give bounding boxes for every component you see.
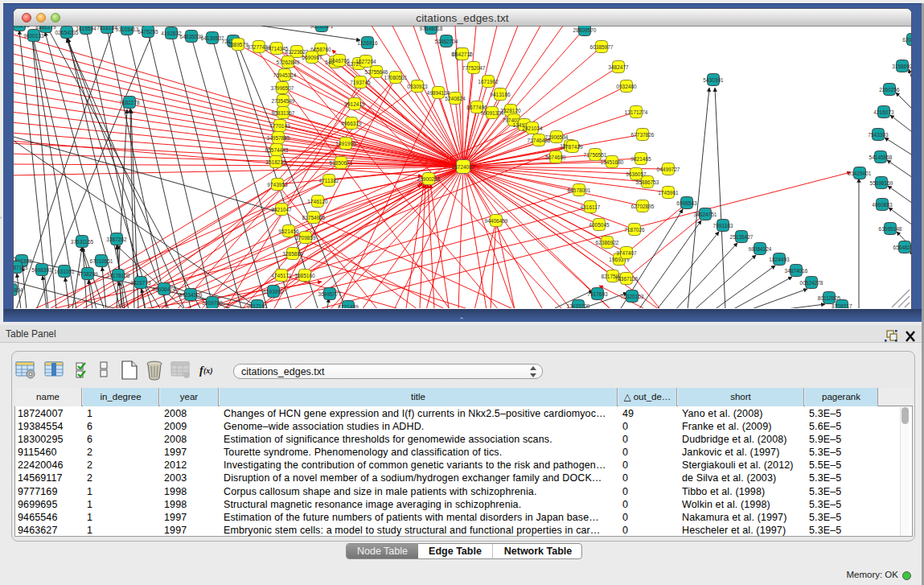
svg-text:1746120: 1746120 — [307, 199, 328, 204]
svg-text:5098393: 5098393 — [31, 267, 52, 273]
svg-text:93103413: 93103413 — [116, 27, 139, 32]
svg-text:0330923: 0330923 — [407, 84, 428, 89]
svg-text:7889579: 7889579 — [228, 42, 248, 47]
svg-text:4216073: 4216073 — [873, 109, 894, 115]
svg-text:27354549: 27354549 — [272, 98, 295, 104]
svg-text:37631165: 37631165 — [71, 239, 94, 245]
svg-text:28809570: 28809570 — [573, 27, 597, 33]
svg-text:1615594: 1615594 — [76, 26, 97, 31]
svg-text:71756551: 71756551 — [584, 152, 607, 158]
svg-text:3747407: 3747407 — [616, 250, 637, 256]
svg-text:80112805: 80112805 — [818, 295, 841, 301]
svg-text:3387262: 3387262 — [106, 237, 127, 242]
svg-text:71906594: 71906594 — [545, 134, 569, 140]
svg-text:97848018: 97848018 — [420, 26, 443, 31]
svg-text:4738299: 4738299 — [77, 271, 98, 277]
svg-text:2260256: 2260256 — [879, 87, 900, 93]
svg-text:53755646: 53755646 — [365, 69, 388, 75]
svg-text:9600133: 9600133 — [23, 33, 44, 39]
svg-text:49894134: 49894134 — [427, 90, 450, 96]
svg-text:55698169: 55698169 — [870, 180, 893, 186]
svg-text:9413186: 9413186 — [490, 92, 511, 97]
svg-text:87234309: 87234309 — [179, 292, 203, 298]
svg-text:4060883: 4060883 — [872, 202, 893, 208]
svg-text:0932480: 0932480 — [616, 84, 637, 89]
svg-text:7193745: 7193745 — [350, 80, 371, 85]
svg-text:9821465: 9821465 — [630, 156, 651, 162]
svg-text:7816184: 7816184 — [97, 26, 117, 31]
svg-text:0812191: 0812191 — [247, 303, 268, 309]
svg-text:7543303: 7543303 — [868, 132, 889, 138]
svg-text:4745171: 4745171 — [271, 273, 292, 278]
svg-text:54145868: 54145868 — [869, 154, 893, 160]
svg-text:8721489: 8721489 — [338, 304, 359, 309]
svg-text:25135427: 25135427 — [730, 234, 754, 240]
svg-text:65648236: 65648236 — [893, 245, 911, 250]
svg-text:17080531: 17080531 — [384, 75, 408, 80]
svg-text:62386922: 62386922 — [596, 240, 619, 245]
svg-text:51850671: 51850671 — [330, 160, 353, 166]
svg-text:62702895: 62702895 — [631, 204, 655, 209]
svg-text:8708317: 8708317 — [832, 303, 852, 309]
svg-text:6204505: 6204505 — [902, 37, 911, 43]
svg-text:81754965: 81754965 — [302, 215, 326, 220]
svg-text:9521456: 9521456 — [278, 229, 299, 234]
svg-text:4192832: 4192832 — [161, 31, 182, 36]
svg-text:23900215: 23900215 — [417, 176, 441, 182]
svg-text:34874016: 34874016 — [785, 268, 808, 274]
svg-text:61595148: 61595148 — [879, 226, 902, 232]
svg-text:76320163: 76320163 — [621, 294, 644, 299]
svg-text:0842710: 0842710 — [452, 51, 473, 57]
svg-text:67737826: 67737826 — [631, 132, 655, 138]
svg-text:3482477: 3482477 — [608, 64, 629, 70]
svg-text:86578091: 86578091 — [568, 187, 591, 193]
svg-text:7187026: 7187026 — [624, 227, 645, 233]
svg-text:94406409: 94406409 — [485, 218, 508, 224]
svg-text:1031051: 1031051 — [54, 269, 75, 274]
svg-text:4005045: 4005045 — [589, 222, 610, 228]
svg-text:13433200: 13433200 — [567, 303, 590, 309]
svg-text:01429401: 01429401 — [848, 171, 872, 176]
svg-text:36995777: 36995777 — [318, 291, 342, 297]
svg-text:9636057: 9636057 — [626, 171, 647, 177]
svg-text:64835030: 64835030 — [180, 34, 203, 39]
svg-text:34624751: 34624751 — [694, 212, 717, 217]
svg-text:18724007: 18724007 — [452, 164, 475, 170]
svg-text:9743953: 9743953 — [267, 182, 288, 187]
svg-text:00524278: 00524278 — [800, 280, 823, 286]
svg-text:77752047: 77752047 — [462, 65, 486, 71]
svg-text:13171274: 13171274 — [625, 109, 648, 115]
svg-text:4316117: 4316117 — [581, 204, 601, 210]
svg-text:51462704: 51462704 — [435, 39, 458, 44]
svg-text:81223623: 81223623 — [285, 49, 309, 55]
svg-text:1745961: 1745961 — [658, 190, 679, 196]
svg-text:1226916: 1226916 — [357, 40, 378, 46]
svg-text:8386379: 8386379 — [35, 26, 56, 30]
svg-text:73178108: 73178108 — [107, 273, 130, 278]
svg-text:5674680: 5674680 — [545, 154, 566, 160]
svg-text:5430391: 5430391 — [703, 77, 724, 83]
svg-text:7182278: 7182278 — [119, 100, 140, 105]
svg-text:02606474: 02606474 — [153, 286, 176, 292]
svg-text:8677496: 8677496 — [466, 105, 487, 110]
svg-text:1491905: 1491905 — [335, 141, 356, 146]
svg-text:67010651: 67010651 — [90, 258, 113, 264]
svg-text:3518233: 3518233 — [265, 159, 286, 165]
svg-text:3685160: 3685160 — [294, 273, 315, 278]
svg-text:80831367: 80831367 — [272, 110, 295, 116]
svg-text:7991183: 7991183 — [713, 223, 733, 229]
svg-text:6998543: 6998543 — [676, 200, 697, 206]
svg-text:15451680: 15451680 — [601, 159, 624, 165]
svg-text:4966319: 4966319 — [341, 121, 362, 126]
svg-text:2787429: 2787429 — [562, 144, 583, 150]
svg-text:9912419: 9912419 — [344, 101, 365, 107]
svg-text:5240824: 5240824 — [445, 96, 466, 101]
svg-text:6690967: 6690967 — [302, 55, 322, 60]
svg-text:(x): (x) — [203, 366, 213, 376]
svg-text:85574443: 85574443 — [265, 147, 289, 153]
svg-text:98084124: 98084124 — [749, 246, 772, 252]
svg-text:96532871: 96532871 — [310, 26, 334, 29]
svg-text:2421024: 2421024 — [522, 126, 543, 131]
svg-text:2328120: 2328120 — [500, 108, 521, 113]
svg-text:6193990: 6193990 — [263, 289, 284, 295]
